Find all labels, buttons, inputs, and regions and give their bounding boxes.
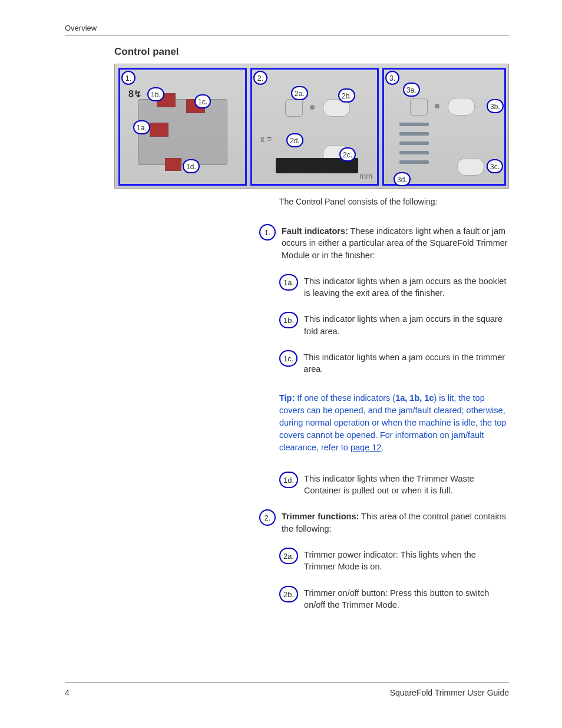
item-2: 2. Trimmer functions: This area of the c…	[259, 509, 509, 535]
item-2b-number: 2b.	[279, 586, 298, 602]
callout-1b: 1b.	[147, 87, 164, 101]
item-1c-text: This indicator lights when a jam occurs …	[303, 350, 509, 375]
figure-group-1: 8↯ 1. 1b. 1c. 1a. 1d.	[118, 68, 247, 186]
item-1-text: Fault indicators: These indicators light…	[282, 224, 509, 261]
document-page: Overview Control panel 8↯ 1. 1b. 1c. 1a.…	[0, 0, 562, 728]
item-1-number: 1.	[259, 224, 276, 241]
callout-2d: 2d.	[286, 133, 303, 147]
item-1a-text: This indicator lights when a jam occurs …	[304, 274, 509, 299]
running-header: Overview	[65, 24, 509, 35]
mm-label: mm	[359, 172, 372, 180]
section-title: Control panel	[114, 46, 509, 58]
callout-2: 2.	[253, 71, 267, 85]
item-1b: 1b. This indicator lights when a jam occ…	[279, 312, 509, 337]
callout-1: 1.	[121, 71, 135, 85]
callout-3a: 3a.	[403, 83, 420, 97]
item-1d-number: 1d.	[279, 472, 298, 488]
item-2-text: Trimmer functions: This area of the cont…	[282, 509, 509, 535]
item-1b-text: This indicator lights when a jam occurs …	[304, 312, 509, 337]
item-1c-number: 1c.	[279, 350, 297, 367]
callout-3: 3.	[385, 71, 399, 85]
callout-2b: 2b.	[338, 88, 355, 103]
item-2b: 2b. Trimmer on/off button: Press this bu…	[279, 586, 509, 611]
page-12-link[interactable]: page 12	[351, 443, 381, 452]
tip-note: Tip: If one of these indicators (1a, 1b,…	[279, 392, 509, 454]
item-2a-text: Trimmer power indicator: This lights whe…	[304, 548, 509, 573]
callout-3d: 3d.	[394, 172, 411, 186]
item-1b-number: 1b.	[279, 312, 298, 328]
document-title: SquareFold Trimmer User Guide	[390, 688, 509, 697]
figure-group-2: x = mm 2. 2a. 2b. 2d. 2c.	[250, 68, 379, 186]
item-2b-text: Trimmer on/off button: Press this button…	[304, 586, 509, 611]
item-1c: 1c. This indicator lights when a jam occ…	[279, 350, 509, 375]
item-1d: 1d. This indicator lights when the Trimm…	[279, 472, 509, 497]
item-1d-text: This indicator lights when the Trimmer W…	[304, 472, 509, 497]
figure-group-3: 3. 3a. 3b. 3c. 3d.	[382, 68, 506, 186]
callout-1c: 1c.	[194, 94, 211, 108]
control-panel-figure: 8↯ 1. 1b. 1c. 1a. 1d. x = mm 2. 2a. 2b. …	[114, 64, 509, 189]
x-equals-label: x =	[260, 134, 272, 144]
item-2a-number: 2a.	[279, 548, 298, 564]
page-number: 4	[65, 688, 70, 697]
item-2a: 2a. Trimmer power indicator: This lights…	[279, 548, 509, 573]
level-bars-icon	[399, 123, 429, 170]
callout-1a: 1a.	[133, 120, 150, 134]
callout-3c: 3c.	[487, 159, 503, 173]
callout-1d: 1d.	[183, 159, 200, 173]
intro-text: The Control Panel consists of the follow…	[279, 197, 509, 206]
item-2-number: 2.	[259, 509, 276, 526]
callout-2a: 2a.	[291, 86, 308, 100]
page-footer: 4 SquareFold Trimmer User Guide	[65, 683, 509, 697]
callout-2c: 2c.	[339, 147, 356, 162]
item-1: 1. Fault indicators: These indicators li…	[259, 224, 509, 261]
jam-icon: 8↯	[128, 88, 141, 100]
item-1a-number: 1a.	[279, 274, 298, 291]
item-1a: 1a. This indicator lights when a jam occ…	[279, 274, 509, 299]
callout-3b: 3b.	[487, 99, 504, 113]
